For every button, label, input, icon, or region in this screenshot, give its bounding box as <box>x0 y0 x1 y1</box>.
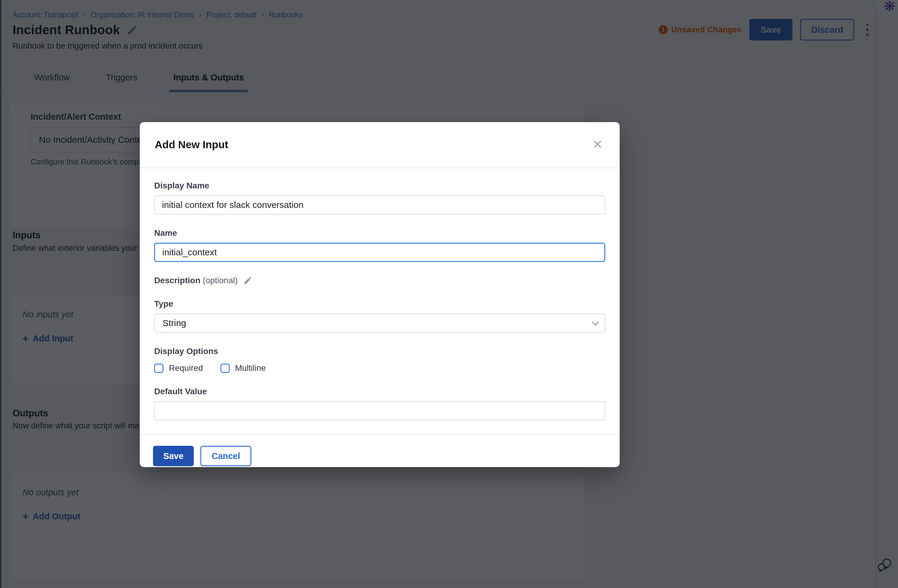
description-row: Description (optional) <box>154 276 605 285</box>
default-value-label: Default Value <box>154 387 605 396</box>
close-icon[interactable]: ✕ <box>590 137 605 153</box>
required-option: Required <box>154 363 203 373</box>
default-value-field[interactable] <box>154 401 605 420</box>
chevron-down-icon <box>592 319 599 326</box>
required-checkbox[interactable] <box>154 363 163 373</box>
name-label: Name <box>154 228 605 238</box>
type-label: Type <box>154 299 605 309</box>
modal-footer: Save Cancel <box>140 434 620 477</box>
description-optional-label: (optional) <box>203 276 238 285</box>
display-options-group: Display Options Required Multiline <box>154 346 605 373</box>
description-label: Description (optional) <box>154 276 238 285</box>
edit-description-pencil-icon[interactable] <box>243 276 252 285</box>
required-label: Required <box>169 363 203 373</box>
default-value-group: Default Value <box>154 387 605 420</box>
display-options-row: Required Multiline <box>154 363 605 373</box>
multiline-option: Multiline <box>220 363 266 373</box>
name-field[interactable] <box>154 243 605 262</box>
multiline-checkbox[interactable] <box>220 363 230 373</box>
modal-save-button[interactable]: Save <box>153 446 194 466</box>
type-select-value: String <box>163 318 186 328</box>
modal-header: Add New Input ✕ <box>140 122 620 167</box>
name-group: Name <box>154 228 605 262</box>
modal-body: Display Name Name Description (optional)… <box>140 167 620 434</box>
multiline-label: Multiline <box>235 363 266 373</box>
modal-cancel-button[interactable]: Cancel <box>200 446 251 466</box>
display-options-label: Display Options <box>154 346 605 356</box>
type-group: Type String <box>154 299 605 333</box>
display-name-field[interactable] <box>154 195 605 214</box>
type-select[interactable]: String <box>154 314 605 333</box>
modal-title: Add New Input <box>155 139 228 151</box>
add-new-input-modal: Add New Input ✕ Display Name Name Descri… <box>140 122 620 467</box>
display-name-label: Display Name <box>154 181 605 191</box>
display-name-group: Display Name <box>154 181 605 214</box>
